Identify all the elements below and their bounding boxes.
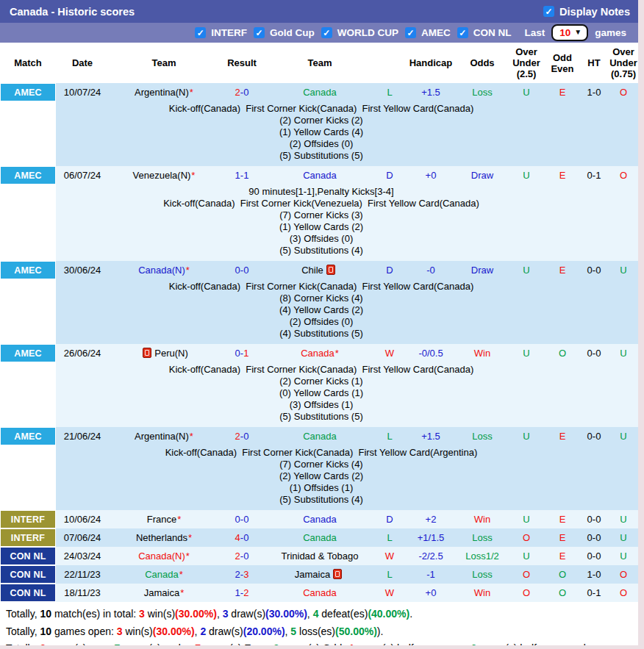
summary-segment: Totally, [6, 625, 40, 637]
over-under-075-cell: O [609, 584, 638, 602]
summary-segment: . [409, 608, 412, 620]
over-under-25-cell: U [507, 83, 545, 101]
competition-filter-amec: ✓AMEC [405, 27, 451, 38]
away-team-cell: Chile [265, 261, 375, 279]
competition-checkbox-interf[interactable]: ✓ [195, 27, 206, 38]
notes-row: Kick-off(Canada) First Corner Kick(Canad… [0, 101, 638, 166]
home-score: 1 [235, 170, 240, 181]
ht-cell: 0-1 [579, 166, 609, 184]
away-team-cell: Canada [265, 427, 375, 445]
team-name: Canada [303, 431, 337, 442]
display-notes-checkbox[interactable]: ✓ [543, 6, 554, 17]
away-team-cell: Canada* [265, 344, 375, 362]
result-cell: 0-1 [219, 344, 265, 362]
league-badge: INTERF [1, 529, 55, 546]
note-line: (2) Yellow Cards (2) [56, 470, 587, 482]
star-marker: * [177, 514, 181, 525]
date-cell: 18/11/23 [56, 584, 109, 602]
odd-even-cell: O [545, 584, 579, 602]
team-name: Canada [145, 569, 179, 580]
star-marker: * [190, 87, 193, 98]
league-badge: AMEC [1, 262, 55, 279]
odds-cell: Draw [457, 261, 507, 279]
home-score: 2 [235, 551, 240, 562]
match-badge-cell: AMEC [0, 261, 56, 279]
note-line: (2) Offsides (0) [56, 316, 587, 328]
match-notes: 90 minutes[1-1],Penalty Kicks[3-4]Kick-o… [56, 184, 638, 261]
note-line: Kick-off(Canada) First Corner Kick(Canad… [56, 103, 587, 115]
team-name: Venezuela(N) [133, 170, 191, 181]
note-line: (5) Substitutions (5) [56, 150, 587, 162]
summary-footer: Totally, 10 match(es) in total: 3 win(s)… [0, 602, 638, 649]
odd-even-cell: E [545, 83, 579, 101]
home-team-cell: Canada(N)* [109, 547, 219, 565]
col-header-handicap: Handicap [404, 43, 457, 83]
match-row: CON NL18/11/23Jamaica*1-2CanadaW+0WinOO0… [0, 584, 638, 602]
competition-checkbox-con-nl[interactable]: ✓ [457, 27, 468, 38]
last-games-select[interactable]: 10 ▼ [551, 24, 588, 41]
date-cell: 10/07/24 [56, 83, 109, 101]
date-cell: 06/07/24 [56, 166, 109, 184]
star-marker: * [180, 587, 184, 598]
date-cell: 22/11/23 [56, 565, 109, 584]
over-under-075-cell: U [609, 547, 638, 565]
home-team-cell: Venezuela(N)* [109, 166, 219, 184]
handicap-cell: +2 [404, 510, 457, 528]
handicap-cell: +0 [404, 584, 457, 602]
home-team-cell: Canada* [109, 565, 219, 584]
team-name: Canada [303, 170, 337, 181]
home-team-cell: Peru(N) [109, 344, 219, 362]
match-badge-cell: AMEC [0, 427, 56, 445]
wdl-cell: W [375, 547, 404, 565]
red-card-icon [333, 569, 342, 579]
summary-segment: 10 [40, 625, 51, 637]
games-label: games [595, 27, 626, 38]
right-scrollbar-track[interactable] [638, 0, 644, 649]
summary-segment: (40.00%) [368, 608, 409, 620]
match-row: AMEC26/06/24Peru(N)0-1Canada*W-0/0.5WinU… [0, 344, 638, 362]
summary-segment: Totally, [6, 608, 40, 620]
team-name: France [147, 514, 176, 525]
match-row: CON NL24/03/24Canada(N)*2-0Trinidad & To… [0, 547, 638, 565]
away-team-cell: Jamaica [265, 565, 375, 584]
over-under-25-cell: U [507, 427, 545, 445]
star-marker: * [190, 431, 193, 442]
note-line: Kick-off(Canada) First Corner Kick(Canad… [56, 281, 587, 293]
home-score: 0 [235, 514, 240, 525]
odds-cell: Draw [457, 166, 507, 184]
match-notes: Kick-off(Canada) First Corner Kick(Canad… [56, 445, 638, 510]
home-score: 0 [235, 265, 240, 276]
bottom-scrollbar-track[interactable] [0, 645, 644, 649]
notes-spacer [0, 184, 56, 261]
away-score: 0 [243, 265, 248, 276]
away-score: 0 [243, 551, 248, 562]
note-line: (4) Yellow Cards (2) [56, 304, 587, 316]
handicap-cell: +1.5 [404, 427, 457, 445]
odd-even-cell: E [545, 547, 579, 565]
match-badge-cell: CON NL [0, 547, 56, 565]
note-line: Kick-off(Canada) First Corner Kick(Canad… [56, 447, 587, 459]
summary-segment: draw(s) [228, 608, 265, 620]
summary-line-1: Totally, 10 match(es) in total: 3 win(s)… [6, 606, 632, 623]
home-score: 0 [235, 348, 240, 359]
over-under-25-cell: U [507, 510, 545, 528]
away-team-cell: Canada [265, 166, 375, 184]
chevron-down-icon: ▼ [574, 29, 582, 36]
over-under-25-cell: O [507, 584, 545, 602]
wdl-cell: L [375, 528, 404, 547]
odd-even-cell: O [545, 344, 579, 362]
competition-checkbox-amec[interactable]: ✓ [405, 27, 416, 38]
summary-segment: (30.00%) [265, 608, 307, 620]
over-under-25-cell: O [507, 528, 545, 547]
competition-checkbox-world-cup[interactable]: ✓ [321, 27, 332, 38]
competition-filter-interf: ✓INTERF [195, 27, 247, 38]
handicap-cell: +1/1.5 [404, 528, 457, 547]
ht-cell: 0-0 [579, 261, 609, 279]
team-name: Jamaica [144, 587, 179, 598]
wdl-cell: L [375, 83, 404, 101]
matches-table: Match Date Team Result Team Handicap Odd… [0, 43, 638, 602]
match-notes: Kick-off(Canada) First Corner Kick(Canad… [56, 101, 638, 166]
summary-segment: defeat(es) [318, 608, 368, 620]
away-team-cell: Canada [265, 528, 375, 547]
competition-checkbox-gold-cup[interactable]: ✓ [254, 27, 265, 38]
